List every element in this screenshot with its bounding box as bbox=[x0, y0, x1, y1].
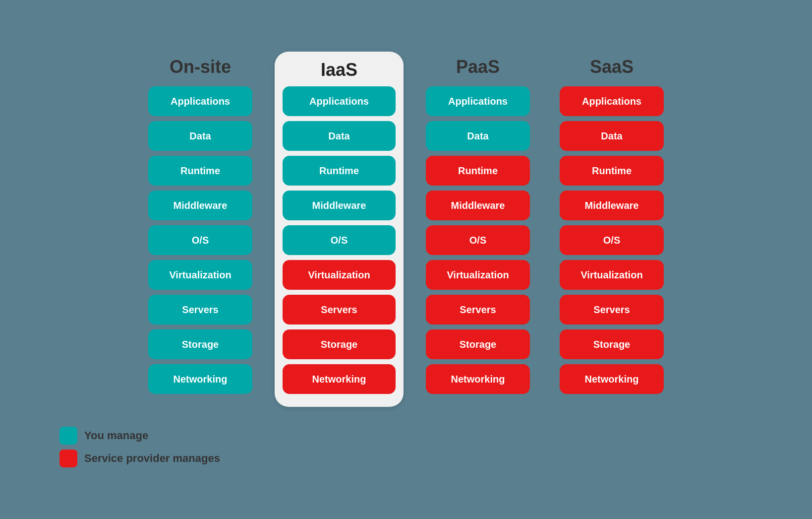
badge-saas-8: Networking bbox=[560, 364, 664, 394]
badge-onsite-2: Runtime bbox=[148, 156, 252, 186]
badge-paas-3: Middleware bbox=[426, 191, 530, 220]
badge-paas-4: O/S bbox=[426, 225, 530, 255]
legend-item-1: Service provider manages bbox=[59, 450, 220, 467]
badge-saas-7: Storage bbox=[560, 329, 664, 359]
badge-onsite-7: Storage bbox=[148, 329, 252, 359]
badge-paas-2: Runtime bbox=[426, 156, 530, 186]
badge-onsite-8: Networking bbox=[148, 364, 252, 394]
badge-iaas-3: Middleware bbox=[283, 191, 396, 220]
legend-label-0: You manage bbox=[84, 429, 148, 442]
badge-paas-8: Networking bbox=[426, 364, 530, 394]
legend: You manageService provider manages bbox=[59, 427, 220, 467]
badge-saas-4: O/S bbox=[560, 225, 664, 255]
badge-paas-1: Data bbox=[426, 121, 530, 151]
column-iaas: IaaSApplicationsDataRuntimeMiddlewareO/S… bbox=[275, 52, 404, 407]
badge-iaas-0: Applications bbox=[283, 86, 396, 116]
badge-iaas-2: Runtime bbox=[283, 156, 396, 186]
main-container: On-siteApplicationsDataRuntimeMiddleware… bbox=[0, 32, 812, 487]
column-onsite: On-siteApplicationsDataRuntimeMiddleware… bbox=[141, 52, 260, 399]
badge-paas-6: Servers bbox=[426, 295, 530, 324]
column-saas: SaaSApplicationsDataRuntimeMiddlewareO/S… bbox=[552, 52, 671, 399]
badge-onsite-5: Virtualization bbox=[148, 260, 252, 290]
column-header-saas: SaaS bbox=[590, 52, 634, 77]
legend-label-1: Service provider manages bbox=[84, 452, 220, 465]
badge-saas-3: Middleware bbox=[560, 191, 664, 220]
badge-paas-5: Virtualization bbox=[426, 260, 530, 290]
legend-dot-teal bbox=[59, 427, 77, 445]
column-header-onsite: On-site bbox=[170, 52, 231, 77]
legend-item-0: You manage bbox=[59, 427, 220, 445]
column-header-paas: PaaS bbox=[456, 52, 500, 77]
badge-iaas-5: Virtualization bbox=[283, 260, 396, 290]
badge-saas-5: Virtualization bbox=[560, 260, 664, 290]
column-paas: PaaSApplicationsDataRuntimeMiddlewareO/S… bbox=[418, 52, 537, 399]
columns-wrapper: On-siteApplicationsDataRuntimeMiddleware… bbox=[141, 52, 671, 407]
badge-iaas-8: Networking bbox=[283, 364, 396, 394]
badge-onsite-6: Servers bbox=[148, 295, 252, 324]
badge-onsite-1: Data bbox=[148, 121, 252, 151]
badge-saas-0: Applications bbox=[560, 86, 664, 116]
badge-paas-0: Applications bbox=[426, 86, 530, 116]
badge-saas-6: Servers bbox=[560, 295, 664, 324]
badge-saas-1: Data bbox=[560, 121, 664, 151]
badge-saas-2: Runtime bbox=[560, 156, 664, 186]
badge-iaas-1: Data bbox=[283, 121, 396, 151]
badge-onsite-3: Middleware bbox=[148, 191, 252, 220]
badge-onsite-0: Applications bbox=[148, 86, 252, 116]
badge-onsite-4: O/S bbox=[148, 225, 252, 255]
badge-paas-7: Storage bbox=[426, 329, 530, 359]
column-header-iaas: IaaS bbox=[321, 57, 357, 80]
badge-iaas-6: Servers bbox=[283, 295, 396, 324]
legend-dot-red bbox=[59, 450, 77, 467]
badge-iaas-7: Storage bbox=[283, 329, 396, 359]
badge-iaas-4: O/S bbox=[283, 225, 396, 255]
